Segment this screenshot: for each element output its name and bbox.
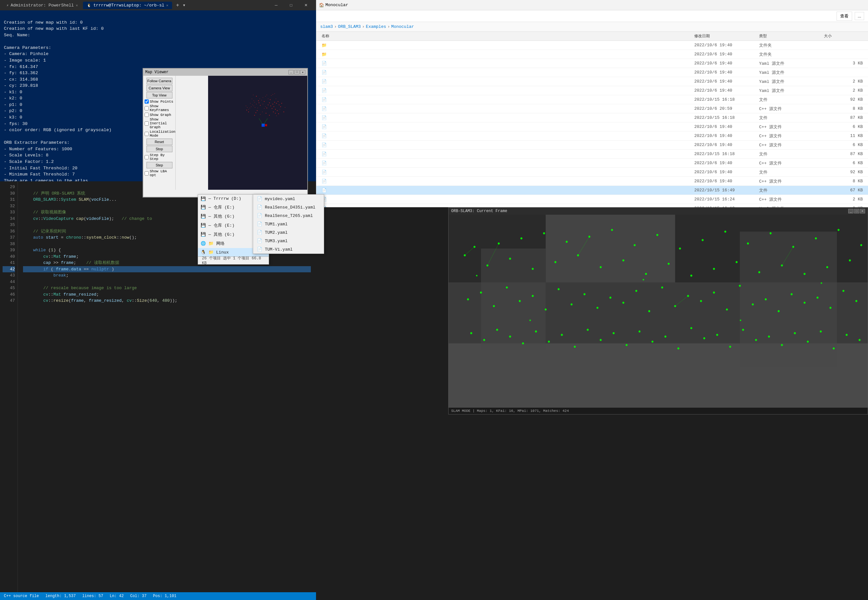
camera-view-button[interactable]: Camera View <box>146 85 172 91</box>
fe-row-12[interactable]: 📄 2022/10/6 19:40 C++ 源文件 6 KB <box>316 141 868 150</box>
linux-icon: 🐧 <box>201 250 206 255</box>
step-button[interactable]: Step <box>146 162 172 168</box>
svg-point-137 <box>804 302 806 304</box>
svg-point-27 <box>268 99 268 99</box>
maximize-button[interactable]: □ <box>284 0 298 11</box>
svg-point-53 <box>269 115 270 115</box>
svg-point-110 <box>860 244 862 246</box>
svg-point-96 <box>702 239 704 241</box>
file-popup-tum1[interactable]: 📄 TUM1.yaml <box>253 220 324 228</box>
svg-point-51 <box>256 96 257 97</box>
show-keyframes-checkbox[interactable] <box>144 106 149 111</box>
close-tab-2-icon[interactable]: ✕ <box>166 3 169 8</box>
fe-row-4[interactable]: 📄 2022/10/6 19:40 Yaml 源文件 <box>316 68 868 77</box>
svg-point-151 <box>587 329 588 330</box>
breadcrumb-item-orbslam3[interactable]: ORB_SLAM3 <box>338 24 361 29</box>
svg-rect-173 <box>476 275 477 276</box>
show-lba-checkbox[interactable] <box>144 171 149 176</box>
slam-frame-maximize[interactable]: □ <box>854 209 859 214</box>
file-popup-realsense-t265[interactable]: 📄 RealSense_T265.yaml <box>253 211 324 220</box>
fe-row-6[interactable]: 📄 2022/10/6 19:40 Yaml 源文件 2 KB <box>316 86 868 95</box>
terminal-tab-orb[interactable]: 🐧 trrrrw@TrrwsLaptop: ~/orb-sl ✕ <box>83 2 172 9</box>
svg-point-58 <box>275 93 275 94</box>
svg-point-112 <box>480 291 482 293</box>
yaml-icon-4: 📄 <box>322 70 327 75</box>
svg-point-130 <box>713 291 715 293</box>
follow-camera-button[interactable]: Follow Camera <box>146 78 172 84</box>
file-popup[interactable]: 📄 myvideo.yaml 📄 RealSense_D435i.yaml 📄 … <box>253 194 324 254</box>
svg-point-42 <box>275 113 276 113</box>
svg-point-21 <box>252 105 253 105</box>
slam-viewer-window: Map Viewer _ □ ✕ Follow Camera Camera Vi… <box>143 68 308 197</box>
new-tab-button[interactable]: + <box>173 2 181 8</box>
fe-row-9[interactable]: 📄 2022/10/15 16:18 文件 87 KB <box>316 113 868 123</box>
fe-row-17[interactable]: 📄 2022/10/15 16:49 文件 67 KB <box>316 186 868 195</box>
slam-frame-close[interactable]: ✕ <box>860 209 865 214</box>
fe-row-2[interactable]: 📁 2022/10/6 19:40 文件夹 <box>316 50 868 59</box>
terminal-tab-powershell[interactable]: ⚡ Administrator: PowerShell ✕ <box>3 2 82 9</box>
svg-point-150 <box>574 346 576 348</box>
fe-row-16[interactable]: 📄 2022/10/6 19:40 C++ 源文件 8 KB <box>316 177 868 186</box>
breadcrumb-item-monocular[interactable]: Monocular <box>391 24 414 29</box>
fe-row-15-size: 92 KB <box>824 170 863 174</box>
fe-row-19[interactable]: 📄 2022/10/15 16:12 Yaml 源文件 2 KB <box>316 204 868 207</box>
minimize-button[interactable]: ─ <box>269 0 284 11</box>
drive-icon-2: 💾 <box>201 205 206 210</box>
step-by-step-checkbox[interactable] <box>144 155 149 159</box>
fe-row-5[interactable]: 📄 2022/10/6 19:40 Yaml 源文件 2 KB <box>316 77 868 86</box>
file-list[interactable]: 📁 2022/10/6 19:40 文件夹 📁 2022/10/6 19:40 … <box>316 41 868 207</box>
drive-icon-4: 💾 <box>201 223 206 228</box>
file-popup-realsense-d435i[interactable]: 📄 RealSense_D435i.yaml <box>253 203 324 211</box>
reset-button[interactable]: Reset <box>146 139 172 145</box>
fe-row-8[interactable]: 📄 2022/10/6 20:59 C++ 源文件 8 KB <box>316 104 868 113</box>
top-view-button[interactable]: Top View <box>146 92 172 98</box>
slam-viewer-close[interactable]: ✕ <box>300 70 305 74</box>
svg-point-102 <box>769 232 771 234</box>
slam-viewer-minimize[interactable]: _ <box>289 70 293 74</box>
slam-3d-viewport[interactable] <box>208 76 307 190</box>
fe-row-11[interactable]: 📄 2022/10/6 19:40 C++ 源文件 11 KB <box>316 132 868 141</box>
svg-point-84 <box>565 241 567 243</box>
file-popup-tumvi[interactable]: 📄 TUM-Vi.yaml <box>253 245 324 253</box>
svg-point-134 <box>765 298 766 300</box>
show-inertial-graph-label: Show Inertial Graph <box>150 118 174 129</box>
svg-point-93 <box>668 263 670 265</box>
slam-viewer-maximize[interactable]: □ <box>294 70 299 74</box>
show-points-checkbox[interactable] <box>144 99 149 104</box>
file-popup-tum2[interactable]: 📄 TUM2.yaml <box>253 228 324 237</box>
slam-frame-minimize[interactable]: _ <box>848 209 853 214</box>
svg-rect-177 <box>821 282 822 284</box>
fe-row-3[interactable]: 📄 2022/10/6 19:40 Yaml 源文件 3 KB <box>316 59 868 68</box>
stop-button[interactable]: Stop <box>146 146 172 152</box>
more-button[interactable]: ... <box>855 12 864 20</box>
fe-row-7[interactable]: 📄 2022/10/15 16:18 文件 92 KB <box>316 95 868 104</box>
fe-row-1[interactable]: 📁 2022/10/6 19:40 文件夹 <box>316 41 868 50</box>
file-icon-15: 📄 <box>322 170 327 175</box>
fe-row-18[interactable]: 📄 2022/10/15 16:24 C++ 源文件 2 KB <box>316 195 868 204</box>
svg-line-67 <box>259 118 263 125</box>
svg-point-32 <box>270 99 270 100</box>
tab-dropdown-button[interactable]: ▾ <box>183 3 185 8</box>
fe-row-10[interactable]: 📄 2022/10/6 19:40 C++ 源文件 6 KB <box>316 123 868 132</box>
fe-row-15[interactable]: 📄 2022/10/6 19:40 文件 92 KB <box>316 168 868 177</box>
file-popup-realsense-t265-label: RealSense_T265.yaml <box>265 214 313 218</box>
svg-point-19 <box>265 96 266 97</box>
fe-row-13[interactable]: 📄 2022/10/15 16:18 文件 87 KB <box>316 150 868 159</box>
breadcrumb-item-slam3[interactable]: slam3 <box>320 24 333 29</box>
ctx-label-other-g: — 其他 (G:) <box>208 214 235 219</box>
window-controls: ─ □ ✕ <box>269 0 313 11</box>
fe-row-6-size: 2 KB <box>824 88 863 93</box>
slam-viewer-body: Follow Camera Camera View Top View Show … <box>143 76 307 197</box>
close-tab-1-icon[interactable]: ✕ <box>76 3 78 8</box>
file-popup-myvideo[interactable]: 📄 myvideo.yaml <box>253 195 324 203</box>
fe-row-14[interactable]: 📄 2022/10/6 19:40 C++ 源文件 6 KB <box>316 159 868 168</box>
localization-mode-checkbox[interactable] <box>144 132 149 136</box>
breadcrumb-item-examples[interactable]: Examples <box>366 24 386 29</box>
svg-point-144 <box>496 329 498 330</box>
svg-point-1 <box>263 104 263 105</box>
view-button[interactable]: 查看 <box>836 12 852 21</box>
window-close-button[interactable]: ✕ <box>298 0 313 11</box>
file-popup-tum3[interactable]: 📄 TUM3.yaml <box>253 237 324 245</box>
show-graph-checkbox[interactable] <box>144 113 149 117</box>
show-inertial-graph-checkbox[interactable] <box>144 121 149 126</box>
